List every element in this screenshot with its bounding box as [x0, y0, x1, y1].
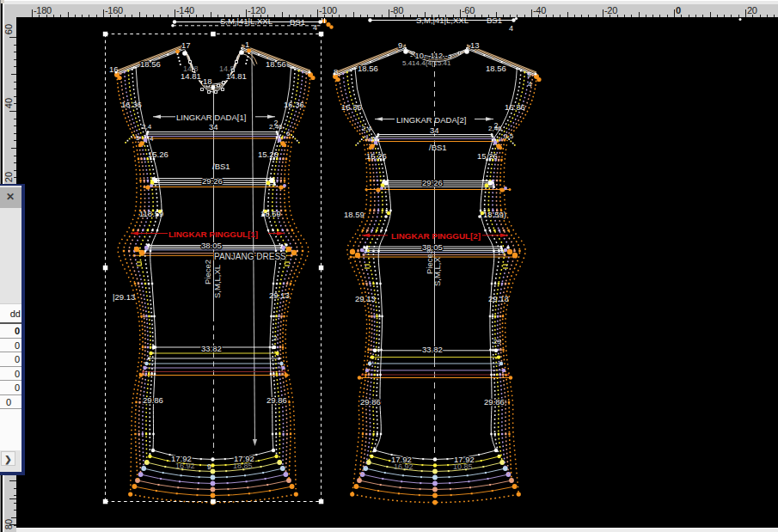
svg-text:29: 29	[493, 338, 501, 345]
svg-text:13: 13	[470, 40, 480, 50]
svg-text:18.56: 18.56	[358, 64, 378, 73]
svg-text:LINGKAR DADA[1]: LINGKAR DADA[1]	[176, 113, 246, 122]
svg-text:33.82: 33.82	[201, 344, 222, 353]
svg-text:18.56: 18.56	[266, 59, 286, 69]
svg-text:29.86: 29.86	[484, 397, 505, 407]
svg-text:18.85: 18.85	[233, 462, 253, 470]
svg-text:29.86: 29.86	[360, 397, 381, 407]
svg-text:S,M,L,X: S,M,L,X	[432, 257, 442, 286]
svg-text:16.36: 16.36	[505, 102, 525, 112]
svg-text:7,16: 7,16	[364, 135, 378, 143]
svg-text:/BS1: /BS1	[429, 143, 447, 152]
svg-text:8: 8	[334, 67, 338, 76]
svg-text:18.56: 18.56	[140, 59, 161, 69]
svg-text:16.92: 16.92	[175, 462, 195, 470]
svg-text:29.26: 29.26	[202, 176, 223, 186]
svg-text:16: 16	[109, 64, 119, 74]
svg-text:14.81: 14.81	[226, 71, 247, 81]
svg-text:/BS1: /BS1	[212, 162, 230, 171]
svg-text:PANJANG DRESS: PANJANG DRESS	[214, 252, 286, 261]
svg-text:16.92: 16.92	[394, 462, 414, 471]
svg-text:15.26: 15.26	[258, 150, 279, 159]
svg-text:15.26: 15.26	[477, 151, 498, 161]
svg-text:2,4: 2,4	[142, 123, 152, 131]
svg-text:5.414.4(4(15.41: 5.414.4(4(15.41	[402, 59, 451, 67]
svg-text:S,M,L,XL: S,M,L,XL	[212, 265, 222, 298]
svg-text:9: 9	[398, 40, 402, 50]
svg-text:S,M,|41|L,XXL: S,M,|41|L,XXL	[220, 16, 273, 26]
svg-text:2,4: 2,4	[362, 125, 372, 132]
svg-text:29.13: 29.13	[355, 294, 376, 303]
svg-text:LINGKAR PINGGUL[2]: LINGKAR PINGGUL[2]	[391, 231, 481, 241]
svg-text:16.36: 16.36	[341, 102, 362, 112]
svg-text:4: 4	[150, 135, 154, 143]
svg-text:29.86: 29.86	[143, 395, 163, 405]
svg-text:15.26: 15.26	[148, 150, 168, 159]
svg-text:18: 18	[203, 76, 212, 86]
svg-text:118.59: 118.59	[139, 209, 163, 218]
svg-text:18.59: 18.59	[344, 210, 364, 219]
svg-text:16.36: 16.36	[121, 100, 142, 109]
svg-text:15.26: 15.26	[366, 151, 387, 161]
svg-text:29.13: 29.13	[269, 290, 290, 300]
svg-text:4: 4	[509, 24, 513, 33]
svg-text:29.26: 29.26	[422, 178, 443, 187]
svg-text:29.13: 29.13	[488, 294, 509, 303]
svg-text:18.59): 18.59)	[483, 210, 506, 219]
svg-text:LINGKAR PINGGUL[1]: LINGKAR PINGGUL[1]	[168, 229, 258, 239]
svg-text:10.85: 10.85	[453, 462, 473, 471]
svg-text:38.05: 38.05	[201, 241, 222, 250]
svg-text:17: 17	[181, 40, 191, 50]
svg-text:4: 4	[313, 23, 317, 32]
svg-text:2,46: 2,46	[269, 123, 283, 131]
svg-text:1: 1	[245, 40, 249, 49]
svg-text:18.59: 18.59	[260, 209, 281, 218]
svg-text:34: 34	[209, 122, 218, 131]
svg-text:Piece2: Piece2	[203, 260, 212, 284]
svg-text:29.86: 29.86	[266, 395, 287, 405]
svg-text:0,5: 0,5	[504, 132, 514, 140]
svg-text:LINGKAR DADA[2]: LINGKAR DADA[2]	[396, 115, 466, 125]
svg-text:|29.13: |29.13	[113, 292, 135, 302]
svg-text:4: 4	[528, 80, 532, 89]
svg-text:2: 2	[273, 334, 278, 342]
svg-text:14.81: 14.81	[181, 71, 201, 81]
svg-text:16.36: 16.36	[284, 100, 304, 109]
svg-text:34: 34	[430, 125, 439, 135]
svg-text:5: 5	[136, 134, 140, 142]
svg-text:9: 9	[207, 462, 211, 471]
svg-text:BS1: BS1	[290, 17, 305, 27]
svg-text:2,46: 2,46	[488, 125, 502, 132]
svg-text:33.82: 33.82	[422, 345, 443, 354]
svg-text:9: 9	[527, 70, 531, 79]
svg-text:18.56: 18.56	[486, 64, 506, 73]
svg-text:6: 6	[286, 130, 291, 138]
